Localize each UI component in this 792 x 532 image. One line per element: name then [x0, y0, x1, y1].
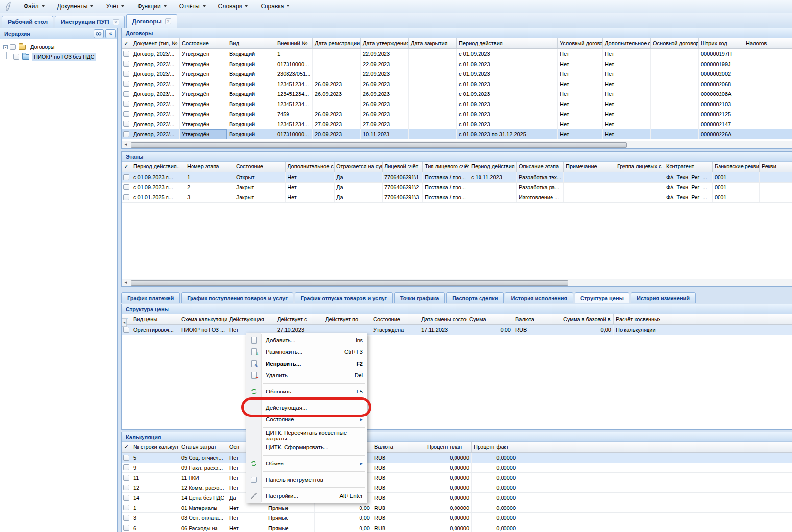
row-checkbox[interactable]: [123, 71, 129, 77]
row-checkbox[interactable]: [123, 475, 129, 481]
detail-tab[interactable]: График отпуска товаров и услуг: [295, 292, 393, 303]
menubar-item[interactable]: Функции: [131, 1, 172, 12]
column-header[interactable]: Валюта: [513, 314, 561, 324]
table-row[interactable]: Договор, 2023/...УтверждёнВходящий017310…: [122, 59, 792, 69]
row-checkbox[interactable]: [123, 485, 129, 490]
detail-tab[interactable]: История исполнения: [505, 292, 573, 303]
scroll-left-icon[interactable]: ◄: [122, 279, 130, 286]
row-checkbox[interactable]: [123, 131, 129, 137]
context-menu-item-state[interactable]: Состояние▶: [246, 414, 367, 425]
table-row[interactable]: 101 МатериалыНетПрямые0,00RUB0,000000,00…: [122, 503, 792, 513]
row-checkbox[interactable]: [123, 121, 129, 127]
row-checkbox[interactable]: [123, 51, 129, 57]
column-header[interactable]: Вид цены: [131, 314, 179, 324]
detail-tab[interactable]: Структура цены: [575, 292, 629, 303]
context-menu-item-settings[interactable]: Настройки...Alt+Enter: [246, 490, 367, 502]
context-menu-item-toolbar-panel[interactable]: Панель инструментов: [246, 474, 367, 486]
table-row[interactable]: Договор, 2023/...УтверждёнВходящий122.09…: [122, 49, 792, 59]
column-header[interactable]: Лицевой счёт: [383, 162, 423, 172]
tab-Договоры[interactable]: Договоры✕: [126, 14, 177, 28]
column-header[interactable]: Описание этапа: [517, 162, 564, 172]
scroll-left-icon[interactable]: ◄: [122, 141, 130, 148]
scroll-left-icon[interactable]: ◄: [122, 318, 127, 327]
column-header[interactable]: Контрагент: [664, 162, 713, 172]
table-row[interactable]: 606 Расходы наНетПрямые0,00RUB0,000000,0…: [122, 523, 792, 532]
row-checkbox[interactable]: [123, 111, 129, 117]
table-row[interactable]: 1111 ПКИНетRUB0,000000,00000: [122, 473, 792, 483]
column-header[interactable]: Тип лицевого счёт: [423, 162, 469, 172]
context-menu-item-citk-recalculate[interactable]: ЦИТК. Пересчитать косвенные затраты...: [246, 430, 367, 441]
tab-Инструкции ПУП[interactable]: Инструкции ПУП✕: [55, 16, 124, 28]
column-header[interactable]: Штрих-код: [699, 38, 744, 48]
menubar-item[interactable]: Словари: [212, 1, 255, 12]
row-checkbox[interactable]: [123, 455, 129, 461]
row-checkbox[interactable]: [123, 464, 129, 470]
context-menu-item-add[interactable]: Добавить...Ins: [246, 334, 367, 346]
table-row[interactable]: Договор, 2023/...УтверждёнВходящий017310…: [122, 129, 792, 139]
column-header[interactable]: Основной договор: [651, 38, 699, 48]
column-header[interactable]: Вид: [227, 38, 275, 48]
context-menu-item-refresh[interactable]: ОбновитьF5: [246, 386, 367, 397]
tree-checkbox[interactable]: [10, 44, 16, 50]
table-row[interactable]: Договор, 2023/...УтверждёнВходящий123451…: [122, 119, 792, 130]
column-header[interactable]: Состояние: [180, 38, 227, 48]
row-checkbox[interactable]: [123, 327, 129, 333]
close-icon[interactable]: ✕: [165, 18, 171, 24]
column-header[interactable]: Валюта: [372, 442, 425, 452]
menubar-item[interactable]: Учёт: [99, 1, 131, 12]
scrollbar-thumb[interactable]: [131, 280, 568, 286]
column-header[interactable]: Статья затрат: [179, 442, 227, 452]
column-header[interactable]: Банковские реквиз: [713, 162, 760, 172]
column-header[interactable]: Сумма в базовой в: [561, 314, 614, 324]
find-button[interactable]: [94, 29, 104, 38]
column-header[interactable]: Дата регистрации.: [313, 38, 361, 48]
menubar-item[interactable]: Справка: [254, 1, 296, 12]
menubar-item[interactable]: Файл: [18, 1, 51, 12]
column-header[interactable]: Период действия: [457, 38, 558, 48]
row-checkbox[interactable]: [123, 194, 129, 200]
close-icon[interactable]: ✕: [113, 19, 119, 25]
row-checkbox[interactable]: [123, 515, 129, 521]
column-header[interactable]: Состояние: [234, 162, 286, 172]
column-header[interactable]: Дополнительное с: [286, 162, 335, 172]
table-row[interactable]: 505 Соц. отчисл...НетRUB0,000000,00000: [122, 453, 792, 463]
context-menu-item-delete[interactable]: −УдалитьDel: [246, 370, 367, 381]
column-header[interactable]: № строки калькул: [131, 442, 179, 452]
table-row[interactable]: 1212 Комм. расхо...НетRUB0,000000,00000: [122, 483, 792, 493]
menubar-item[interactable]: Документы: [51, 1, 100, 12]
context-menu-item-current[interactable]: Действующая...: [246, 402, 367, 414]
column-header[interactable]: ✓: [122, 442, 131, 452]
row-checkbox[interactable]: [123, 101, 129, 107]
column-header[interactable]: Рекви: [760, 162, 792, 172]
column-header[interactable]: Номер этапа: [185, 162, 234, 172]
table-row[interactable]: 1414 Цена без НДСДаRUB0,000000,00000: [122, 493, 792, 503]
table-row[interactable]: Ориентировоч...НИОКР по ГОЗ ...Нет27.10.…: [122, 325, 792, 335]
row-checkbox[interactable]: [123, 61, 129, 67]
table-row[interactable]: Договор, 2023/...УтверждёнВходящий123451…: [122, 79, 792, 90]
scrollbar-thumb[interactable]: [131, 142, 627, 148]
stages-hscrollbar[interactable]: ◄: [122, 279, 792, 286]
column-header[interactable]: Состояние: [371, 314, 419, 324]
detail-tab[interactable]: История изменений: [631, 292, 696, 303]
column-header[interactable]: Действует по: [323, 314, 371, 324]
column-header[interactable]: Группа лицевых с: [615, 162, 664, 172]
context-menu-item-edit[interactable]: ✎Исправить...F2: [246, 358, 367, 370]
column-header[interactable]: Дата закрытия: [409, 38, 457, 48]
column-header[interactable]: Дата смены состоя: [419, 314, 467, 324]
column-header[interactable]: Сумма: [467, 314, 513, 324]
table-row[interactable]: с 01.09.2023 п...2ЗакрытНетДа7706406291\…: [122, 183, 792, 193]
column-header[interactable]: Отражается на сум: [335, 162, 383, 172]
row-checkbox[interactable]: [123, 525, 129, 531]
column-header[interactable]: Процент план: [425, 442, 472, 452]
column-header[interactable]: Условный договор: [558, 38, 603, 48]
column-header[interactable]: Дополнительное с: [603, 38, 651, 48]
column-header[interactable]: Схема калькуляци: [179, 314, 227, 324]
column-header[interactable]: Документ (тип, №: [131, 38, 180, 48]
context-menu-item-citk-generate[interactable]: ЦИТК. Сформировать...: [246, 441, 367, 453]
column-header[interactable]: Процент факт: [472, 442, 518, 452]
column-header[interactable]: Период действия л: [469, 162, 517, 172]
detail-tab[interactable]: Паспорта сделки: [446, 292, 504, 303]
column-header[interactable]: Действует с: [275, 314, 323, 324]
expander-icon[interactable]: -: [3, 45, 8, 49]
row-checkbox[interactable]: [123, 174, 129, 180]
